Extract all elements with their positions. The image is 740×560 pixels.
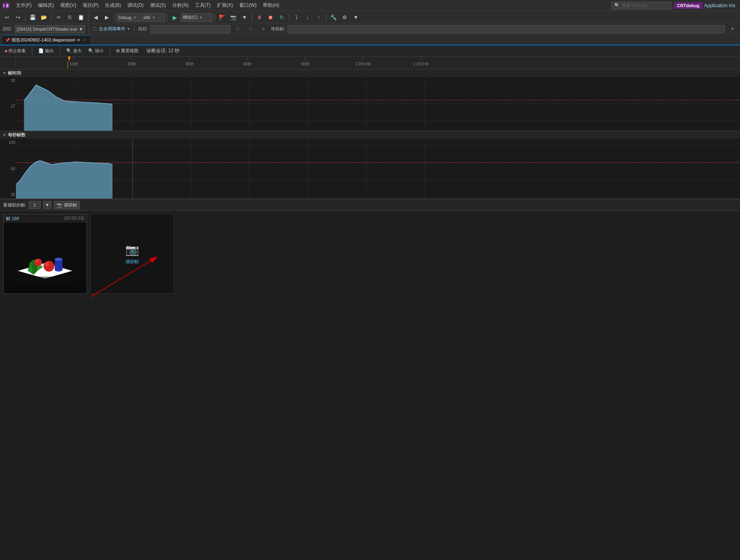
stack-arrow[interactable]: ▼ bbox=[727, 24, 738, 34]
menu-debug[interactable]: 调试(D) bbox=[124, 1, 147, 10]
step-over-btn[interactable]: ⤵ bbox=[291, 13, 302, 22]
fps-header[interactable]: ▼ 每秒帧数 bbox=[0, 131, 740, 139]
frame-thumb-bottom-strip bbox=[4, 281, 87, 293]
process-select[interactable]: [26416] SimpleCRTShader.exe ▼ bbox=[15, 25, 85, 33]
thread-input[interactable] bbox=[150, 25, 230, 33]
play-button[interactable]: ▶ bbox=[170, 13, 180, 22]
y-label-17: 17 bbox=[1, 104, 15, 108]
arch-dropdown[interactable]: x86 ▼ bbox=[141, 13, 165, 22]
stop-icon: ■ bbox=[5, 49, 7, 53]
restart-button[interactable]: ↻ bbox=[276, 13, 287, 22]
toolbar-cut[interactable]: ✂ bbox=[53, 13, 64, 22]
svg-text:1:00分钟: 1:00分钟 bbox=[355, 62, 371, 66]
menu-extensions[interactable]: 扩展(X) bbox=[214, 1, 236, 10]
reset-view-btn[interactable]: ⊞ 重置视图 bbox=[114, 47, 140, 55]
zoom-out-btn[interactable]: 🔍 缩小 bbox=[87, 47, 105, 55]
timeline-container[interactable]: 10秒 20秒 30秒 40秒 50秒 1:00分钟 1:10分钟 bbox=[0, 57, 740, 69]
filter-btn-2[interactable]: ▽ bbox=[245, 24, 256, 34]
continue-dropdown[interactable]: 继续(C) ▼ bbox=[181, 13, 213, 22]
toolbar-sep-8 bbox=[289, 14, 289, 22]
menu-file[interactable]: 文件(F) bbox=[13, 1, 35, 10]
y-label-30: 30 bbox=[1, 79, 15, 83]
stop-collect-btn[interactable]: ■ 停止收集 bbox=[3, 47, 28, 55]
toolbar-undo[interactable]: ↩ bbox=[2, 13, 12, 22]
svg-text:50秒: 50秒 bbox=[301, 62, 309, 66]
menu-window[interactable]: 窗口(W) bbox=[236, 1, 260, 10]
toolbar-sep-7 bbox=[252, 14, 252, 22]
frame-thumb-time-169: (22:02:23) bbox=[64, 216, 84, 222]
search-placeholder: 搜索 (Ctrl+Q) bbox=[622, 2, 647, 8]
svg-text:40秒: 40秒 bbox=[243, 62, 251, 66]
toolbar-sep-2 bbox=[51, 14, 51, 22]
capture-dropdown-arrow: ▼ bbox=[45, 202, 49, 207]
search-box[interactable]: 🔍 搜索 (Ctrl+Q) bbox=[612, 2, 671, 10]
lifecycle-btn[interactable]: 生命周期事件 ▼ bbox=[99, 26, 130, 32]
toolbar-dropdown-3[interactable]: ▼ bbox=[351, 13, 361, 22]
menu-edit[interactable]: 编辑(E) bbox=[35, 1, 57, 10]
toolbar-dropdown-2[interactable]: ▼ bbox=[239, 13, 250, 22]
tab-close-btn[interactable]: × bbox=[82, 37, 87, 43]
frame-time-title: 帧时间 bbox=[8, 70, 21, 76]
svg-rect-51 bbox=[55, 259, 62, 270]
toolbar-paste[interactable]: 📋 bbox=[76, 13, 86, 22]
toolbar-save[interactable]: 💾 bbox=[28, 13, 38, 22]
lifecycle-checkbox[interactable]: ☐ bbox=[93, 26, 97, 31]
zoom-in-btn[interactable]: 🔍 放大 bbox=[65, 47, 83, 55]
menu-tools[interactable]: 工具(T) bbox=[192, 1, 214, 10]
toolbar-forward[interactable]: ▶ bbox=[102, 13, 112, 22]
step-into-btn[interactable]: ↓ bbox=[302, 13, 313, 22]
tab-bar: 📌 报告20240902-1402.diagsession ✱ × bbox=[0, 34, 740, 45]
zoom-out-label: 缩小 bbox=[95, 48, 104, 54]
filter-btn-3[interactable]: ✕ bbox=[258, 24, 268, 34]
menu-analyze[interactable]: 分析(N) bbox=[169, 1, 192, 10]
stack-input[interactable] bbox=[288, 25, 725, 33]
menu-test[interactable]: 测试(S) bbox=[147, 1, 169, 10]
diag-session-tab[interactable]: 📌 报告20240902-1402.diagsession ✱ × bbox=[2, 35, 91, 45]
menu-right: CRTdebug Application Ins bbox=[674, 2, 738, 9]
toolbar-sep-5 bbox=[167, 14, 168, 22]
svg-point-48 bbox=[34, 258, 42, 266]
toolbar-more[interactable]: ⚙ bbox=[339, 13, 350, 22]
filter-btn-1[interactable]: ▽ bbox=[233, 24, 243, 34]
menu-build[interactable]: 生成(B) bbox=[102, 1, 124, 10]
frame-time-y-labels: 30 17 bbox=[0, 77, 16, 131]
fps-section: ▼ 每秒帧数 100 60 30 bbox=[0, 131, 740, 199]
capture-dropdown[interactable]: ▼ bbox=[43, 201, 51, 209]
proc-sep-2 bbox=[134, 25, 134, 33]
camera-icon: 📷 bbox=[57, 202, 62, 208]
process-label-text: 进程: bbox=[2, 26, 12, 32]
toolbar-flag[interactable]: 🚩 bbox=[217, 13, 227, 22]
toolbar-sep-3 bbox=[88, 14, 89, 22]
toolbar-redo[interactable]: ↪ bbox=[13, 13, 23, 22]
toolbar-back[interactable]: ◀ bbox=[91, 13, 101, 22]
capture-placeholder[interactable]: 📷 捕获帧 bbox=[90, 214, 174, 294]
svg-text:10秒: 10秒 bbox=[69, 62, 78, 66]
timeline-ruler[interactable]: 10秒 20秒 30秒 40秒 50秒 1:00分钟 1:10分钟 bbox=[16, 57, 740, 69]
toolbar-open[interactable]: 📂 bbox=[39, 13, 49, 22]
process-value: [26416] SimpleCRTShader.exe bbox=[17, 27, 77, 31]
debug-config-dropdown[interactable]: Debug ▼ bbox=[116, 13, 140, 22]
toolbar-wrench[interactable]: 🔧 bbox=[328, 13, 339, 22]
toolbar-copy[interactable]: ⎘ bbox=[65, 13, 75, 22]
stop-button[interactable]: ⏹ bbox=[265, 13, 276, 22]
svg-text:30秒: 30秒 bbox=[185, 62, 193, 66]
debug-config-arrow: ▼ bbox=[133, 16, 136, 20]
svg-point-49 bbox=[35, 259, 38, 262]
zoom-in-icon: 🔍 bbox=[66, 48, 72, 53]
window-title-badge: CRTdebug bbox=[674, 2, 703, 9]
frame-time-header[interactable]: ▼ 帧时间 bbox=[0, 69, 740, 77]
output-btn[interactable]: 📄 输出 bbox=[37, 47, 55, 55]
pause-button[interactable]: ⏸ bbox=[254, 13, 264, 22]
capture-bar: 要捕获的帧: ▼ 📷 捕获帧 bbox=[0, 199, 740, 211]
frame-thumb-169[interactable]: 帧 169 (22:02:23) bbox=[3, 214, 87, 294]
capture-frame-btn[interactable]: 📷 捕获帧 bbox=[54, 201, 80, 209]
capture-frames-input[interactable] bbox=[29, 201, 41, 209]
frame-thumb-title-169: 帧 169 bbox=[6, 216, 19, 222]
step-out-btn[interactable]: ↑ bbox=[314, 13, 324, 22]
menu-project[interactable]: 项目(P) bbox=[79, 1, 102, 10]
toolbar-screenshot[interactable]: 📷 bbox=[228, 13, 239, 22]
process-bar: 进程: [26416] SimpleCRTShader.exe ▼ ☐ 生命周期… bbox=[0, 24, 740, 34]
menu-help[interactable]: 帮助(H) bbox=[260, 1, 282, 10]
zoom-out-icon: 🔍 bbox=[88, 48, 94, 53]
menu-view[interactable]: 视图(V) bbox=[57, 1, 79, 10]
